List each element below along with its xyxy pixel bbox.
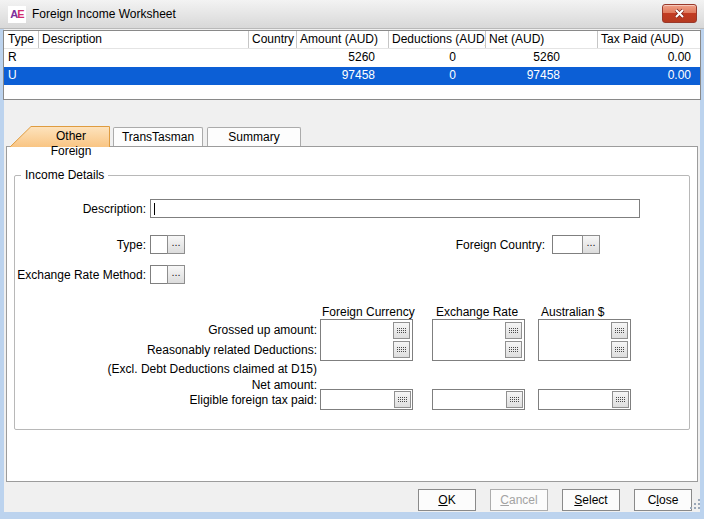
select-button[interactable]: Select [562, 489, 620, 511]
grid-header-row: Type Description Country Amount (AUD) De… [4, 31, 700, 49]
ellipsis-icon: ... [586, 236, 595, 248]
exchange-rate-method-input[interactable] [150, 265, 168, 284]
label-part: O [438, 493, 447, 507]
foreign-income-worksheet-dialog: AE Foreign Income Worksheet Type Descrip… [0, 0, 704, 519]
keypad-icon [397, 347, 407, 353]
column-header-amount: Amount (AUD) [296, 31, 388, 48]
label-part: K [448, 493, 456, 507]
cell-description [38, 67, 248, 85]
australian-dollar-amount-box [538, 319, 631, 361]
ae-app-icon: AE [8, 6, 26, 23]
grossed-up-amount-label: Grossed up amount: [60, 323, 317, 338]
window-title: Foreign Income Worksheet [32, 7, 176, 22]
cell-country [248, 49, 296, 67]
resize-grip[interactable] [690, 499, 692, 501]
keypad-button[interactable] [393, 341, 410, 358]
label-part: C [648, 493, 657, 507]
keypad-button[interactable] [505, 341, 522, 358]
foreign-country-input[interactable] [552, 235, 583, 254]
title-bar: AE Foreign Income Worksheet [0, 0, 704, 29]
cell-description [38, 49, 248, 67]
close-button[interactable] [662, 4, 697, 23]
label-part: C [500, 493, 509, 507]
keypad-button[interactable] [394, 391, 411, 408]
keypad-icon [509, 347, 519, 353]
keypad-icon [510, 397, 520, 403]
cell-amount: 5260 [296, 49, 388, 67]
type-input[interactable] [150, 235, 168, 254]
worksheet-grid: Type Description Country Amount (AUD) De… [3, 30, 701, 100]
column-header-deductions: Deductions (AUD) [388, 31, 485, 48]
cell-tax-paid: 0.00 [597, 49, 700, 67]
net-amount-label: Net amount: [60, 378, 317, 393]
tab-other-foreign[interactable]: Other Foreign [10, 126, 110, 147]
keypad-icon [616, 397, 626, 403]
table-row[interactable]: R 5260 0 5260 0.00 [4, 49, 700, 67]
keypad-icon [615, 347, 625, 353]
excl-debt-deductions-note: (Excl. Debt Deductions claimed at D15) [60, 362, 317, 377]
tab-summary[interactable]: Summary [207, 127, 301, 146]
cell-type: U [4, 67, 38, 85]
exchange-rate-amount-box [432, 319, 525, 361]
exchange-rate-column-header: Exchange Rate [436, 305, 518, 319]
type-label: Type: [16, 238, 146, 253]
ellipsis-icon: ... [171, 266, 180, 278]
cell-deductions: 0 [388, 49, 485, 67]
tab-transtasman[interactable]: TransTasman [113, 127, 203, 146]
column-header-tax-paid: Tax Paid (AUD) [597, 31, 700, 48]
keypad-button[interactable] [611, 322, 628, 339]
text-caret [154, 203, 155, 215]
keypad-button[interactable] [612, 391, 629, 408]
ellipsis-icon: ... [171, 236, 180, 248]
eligible-foreign-currency-input[interactable] [320, 389, 413, 410]
column-header-description: Description [38, 31, 248, 48]
australian-dollar-column-header: Australian $ [541, 305, 604, 319]
tab-label: Other Foreign [34, 129, 108, 159]
type-browse-button[interactable]: ... [167, 235, 185, 254]
cell-country [248, 67, 296, 85]
foreign-country-label: Foreign Country: [420, 238, 545, 253]
label-part: ose [659, 493, 678, 507]
column-header-net: Net (AUD) [485, 31, 597, 48]
cell-tax-paid: 0.00 [597, 67, 700, 85]
cell-net: 5260 [485, 49, 597, 67]
keypad-icon [509, 328, 519, 334]
keypad-button[interactable] [611, 341, 628, 358]
cell-type: R [4, 49, 38, 67]
cell-amount: 97458 [296, 67, 388, 85]
ok-button[interactable]: OK [418, 489, 476, 511]
keypad-button[interactable] [505, 322, 522, 339]
cancel-button: Cancel [490, 489, 548, 511]
keypad-icon [615, 328, 625, 334]
label-part: elect [582, 493, 607, 507]
exchange-rate-method-label: Exchange Rate Method: [16, 268, 146, 283]
label-part: ancel [509, 493, 538, 507]
foreign-country-browse-button[interactable]: ... [582, 235, 600, 254]
description-input[interactable] [150, 199, 640, 218]
ae-icon-letter-e: E [17, 8, 23, 20]
label-part: S [574, 493, 582, 507]
description-label: Description: [16, 202, 146, 217]
cell-deductions: 0 [388, 67, 485, 85]
column-header-type: Type [4, 31, 38, 48]
close-icon [673, 8, 686, 19]
foreign-currency-amount-box [320, 319, 413, 361]
table-row-selected[interactable]: U 97458 0 97458 0.00 [4, 67, 700, 85]
eligible-foreign-tax-paid-label: Eligible foreign tax paid: [60, 393, 317, 408]
income-details-title: Income Details [21, 168, 108, 182]
keypad-icon [398, 397, 408, 403]
exchange-rate-method-browse-button[interactable]: ... [167, 265, 185, 284]
reasonably-related-deductions-label: Reasonably related Deductions: [60, 343, 317, 358]
keypad-button[interactable] [393, 322, 410, 339]
close-dialog-button[interactable]: Close [634, 489, 692, 511]
keypad-icon [397, 328, 407, 334]
foreign-currency-column-header: Foreign Currency [322, 305, 415, 319]
eligible-australian-input[interactable] [538, 389, 631, 410]
column-header-country: Country [248, 31, 296, 48]
eligible-exchange-rate-input[interactable] [432, 389, 525, 410]
keypad-button[interactable] [506, 391, 523, 408]
cell-net: 97458 [485, 67, 597, 85]
